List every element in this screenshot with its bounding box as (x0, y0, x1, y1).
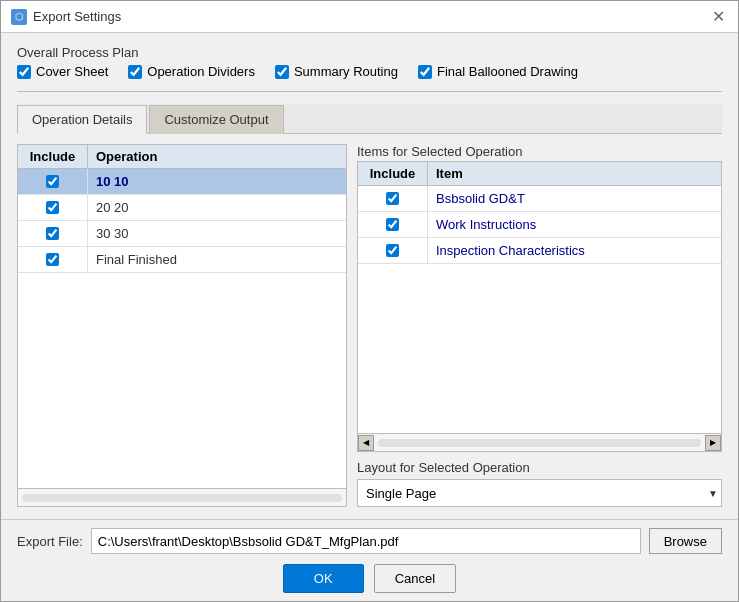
row-operation-0: 10 10 (88, 174, 346, 189)
right-scrollbar: ◀ ▶ (358, 433, 721, 451)
right-col-include-header: Include (358, 162, 428, 185)
right-row-item-0: Bsbsolid GD&T (428, 191, 721, 206)
row-include-1 (18, 195, 88, 220)
row-include-3 (18, 247, 88, 272)
checkboxes-row: Cover Sheet Operation Dividers Summary R… (17, 64, 722, 79)
right-panel: Items for Selected Operation Include Ite… (357, 144, 722, 507)
cover-sheet-input[interactable] (17, 65, 31, 79)
right-table-row[interactable]: Work Instructions (358, 212, 721, 238)
divider (17, 91, 722, 92)
row-checkbox-0[interactable] (46, 175, 59, 188)
final-ballooned-checkbox[interactable]: Final Ballooned Drawing (418, 64, 578, 79)
left-table-body: 10 10 20 20 30 30 (18, 169, 346, 488)
right-table-row[interactable]: Inspection Characteristics (358, 238, 721, 264)
right-row-item-1: Work Instructions (428, 217, 721, 232)
right-row-item-2: Inspection Characteristics (428, 243, 721, 258)
row-checkbox-3[interactable] (46, 253, 59, 266)
table-row[interactable]: 10 10 (18, 169, 346, 195)
operation-dividers-label: Operation Dividers (147, 64, 255, 79)
right-scroll-track (378, 439, 701, 447)
final-ballooned-input[interactable] (418, 65, 432, 79)
overall-process-section: Overall Process Plan Cover Sheet Operati… (17, 45, 722, 79)
left-col-operation-header: Operation (88, 145, 346, 168)
footer: Export File: Browse OK Cancel (1, 519, 738, 601)
layout-dropdown-wrapper: Single Page Multiple Pages ▼ (357, 479, 722, 507)
table-row[interactable]: 30 30 (18, 221, 346, 247)
layout-section: Layout for Selected Operation Single Pag… (357, 460, 722, 507)
right-row-include-1 (358, 212, 428, 237)
cover-sheet-label: Cover Sheet (36, 64, 108, 79)
overall-process-label: Overall Process Plan (17, 45, 722, 60)
left-panel: Include Operation 10 10 20 20 (17, 144, 347, 507)
cancel-button[interactable]: Cancel (374, 564, 456, 593)
operation-dividers-input[interactable] (128, 65, 142, 79)
export-row: Export File: Browse (17, 528, 722, 554)
left-scrollbar (18, 488, 346, 506)
right-table-row[interactable]: Bsbsolid GD&T (358, 186, 721, 212)
browse-button[interactable]: Browse (649, 528, 722, 554)
row-operation-2: 30 30 (88, 226, 346, 241)
close-button[interactable]: ✕ (708, 7, 728, 27)
dialog-content: Overall Process Plan Cover Sheet Operati… (1, 33, 738, 519)
export-label: Export File: (17, 534, 83, 549)
right-row-checkbox-1[interactable] (386, 218, 399, 231)
summary-routing-checkbox[interactable]: Summary Routing (275, 64, 398, 79)
ok-button[interactable]: OK (283, 564, 364, 593)
final-ballooned-label: Final Ballooned Drawing (437, 64, 578, 79)
summary-routing-label: Summary Routing (294, 64, 398, 79)
row-checkbox-1[interactable] (46, 201, 59, 214)
cover-sheet-checkbox[interactable]: Cover Sheet (17, 64, 108, 79)
right-table-header: Include Item (358, 162, 721, 186)
row-operation-3: Final Finished (88, 252, 346, 267)
table-row[interactable]: Final Finished (18, 247, 346, 273)
left-col-include-header: Include (18, 145, 88, 168)
layout-dropdown[interactable]: Single Page Multiple Pages (357, 479, 722, 507)
main-area: Include Operation 10 10 20 20 (17, 144, 722, 507)
tabs-bar: Operation Details Customize Output (17, 104, 722, 134)
row-checkbox-2[interactable] (46, 227, 59, 240)
right-section-label: Items for Selected Operation (357, 144, 722, 159)
right-col-item-header: Item (428, 162, 721, 185)
right-row-checkbox-0[interactable] (386, 192, 399, 205)
left-scroll-track (22, 494, 342, 502)
row-include-2 (18, 221, 88, 246)
left-table-header: Include Operation (18, 145, 346, 169)
right-table-body: Bsbsolid GD&T Work Instructions (358, 186, 721, 433)
right-row-include-0 (358, 186, 428, 211)
dialog-title: Export Settings (33, 9, 121, 24)
right-scroll-left[interactable]: ◀ (358, 435, 374, 451)
export-settings-dialog: ⬡ Export Settings ✕ Overall Process Plan… (0, 0, 739, 602)
table-row[interactable]: 20 20 (18, 195, 346, 221)
right-section: Items for Selected Operation Include Ite… (357, 144, 722, 452)
tab-operation-details[interactable]: Operation Details (17, 105, 147, 134)
layout-label: Layout for Selected Operation (357, 460, 722, 475)
tab-customize-output[interactable]: Customize Output (149, 105, 283, 134)
right-row-checkbox-2[interactable] (386, 244, 399, 257)
right-row-include-2 (358, 238, 428, 263)
action-row: OK Cancel (17, 564, 722, 593)
row-operation-1: 20 20 (88, 200, 346, 215)
title-bar-left: ⬡ Export Settings (11, 9, 121, 25)
summary-routing-input[interactable] (275, 65, 289, 79)
dialog-icon: ⬡ (11, 9, 27, 25)
operation-dividers-checkbox[interactable]: Operation Dividers (128, 64, 255, 79)
row-include-0 (18, 169, 88, 194)
right-scroll-right[interactable]: ▶ (705, 435, 721, 451)
title-bar: ⬡ Export Settings ✕ (1, 1, 738, 33)
right-table: Include Item Bsbsolid GD&T (357, 161, 722, 452)
export-file-input[interactable] (91, 528, 641, 554)
